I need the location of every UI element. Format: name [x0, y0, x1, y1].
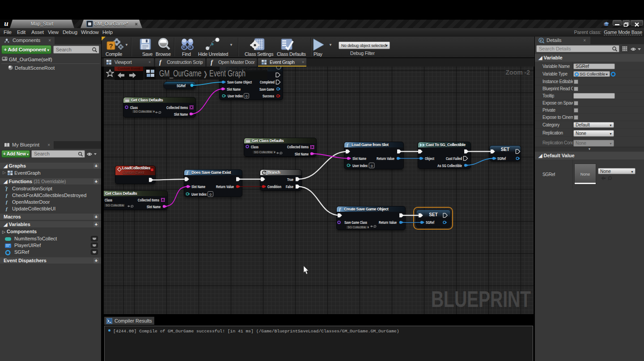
svg-text:SGRef: SGRef — [497, 156, 506, 161]
svg-text:Class: Class — [251, 145, 258, 149]
svg-text:Slot Name: Slot Name — [174, 112, 188, 117]
svg-text:Return Value: Return Value — [379, 220, 397, 225]
svg-text:Slot Name: Slot Name — [191, 185, 205, 189]
svg-text:Completed: Completed — [260, 80, 275, 84]
svg-text:0: 0 — [371, 164, 373, 168]
svg-text:SGRef: SGRef — [426, 220, 435, 225]
svg-text:Return Value: Return Value — [377, 156, 394, 161]
svg-text:Slot Name: Slot Name — [352, 156, 366, 161]
svg-text:f: f — [6, 199, 8, 205]
svg-text:True: True — [287, 177, 293, 182]
svg-text:Cast Failed: Cast Failed — [446, 156, 462, 161]
svg-text:Object: Object — [425, 156, 434, 161]
svg-text:Save Game Object: Save Game Object — [227, 80, 252, 84]
svg-text:User Index: User Index — [228, 94, 243, 98]
svg-text:SGRef: SGRef — [177, 84, 186, 88]
svg-text:0: 0 — [246, 94, 248, 98]
svg-text:Collected Items: Collected Items — [138, 198, 159, 202]
svg-text:f: f — [6, 206, 8, 211]
svg-text:User Index: User Index — [191, 192, 207, 197]
svg-text:Save Game: Save Game — [259, 87, 274, 92]
svg-text:Collected Items: Collected Items — [287, 145, 309, 149]
svg-text:Success: Success — [263, 94, 274, 98]
svg-text:0: 0 — [210, 193, 212, 197]
svg-text:Class: Class — [130, 105, 138, 110]
svg-text:Class: Class — [105, 198, 112, 202]
svg-text:Collected Items: Collected Items — [166, 105, 188, 110]
svg-text:Slot Name: Slot Name — [147, 205, 161, 209]
svg-text:?: ? — [109, 42, 113, 50]
svg-text:Slot Name: Slot Name — [295, 152, 309, 156]
svg-text:Save Game Class: Save Game Class — [344, 220, 367, 225]
svg-text:Return Value: Return Value — [216, 185, 234, 189]
svg-text:f: f — [6, 193, 8, 198]
svg-text:As SG Collectible: As SG Collectible — [437, 164, 462, 168]
svg-text:Slot Name: Slot Name — [227, 87, 241, 92]
svg-text:User Index: User Index — [352, 164, 368, 168]
svg-text:False: False — [286, 185, 293, 189]
svg-text:Condition: Condition — [267, 185, 281, 189]
